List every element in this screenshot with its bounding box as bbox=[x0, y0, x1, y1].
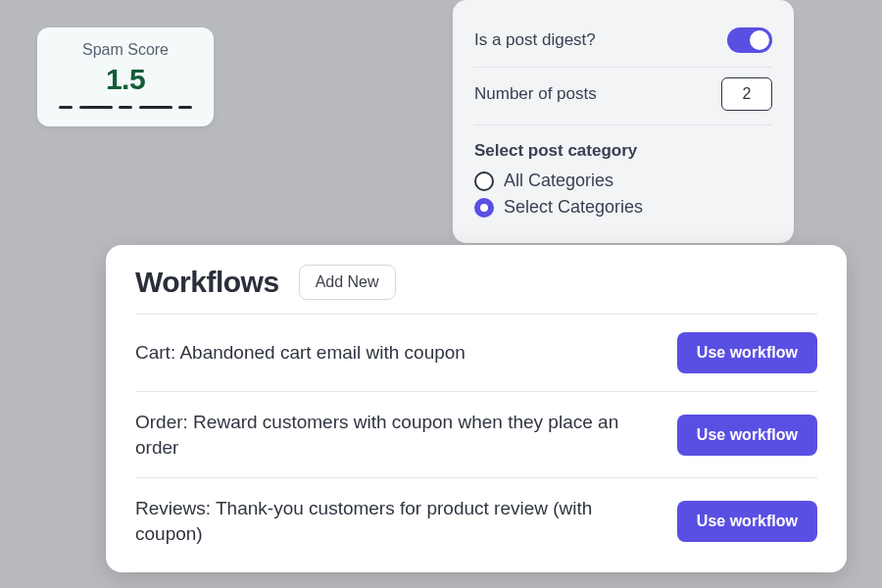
radio-all-label: All Categories bbox=[504, 171, 613, 191]
toggle-knob-icon bbox=[750, 30, 769, 50]
spam-score-title: Spam Score bbox=[55, 41, 196, 59]
radio-all-categories[interactable]: All Categories bbox=[474, 171, 772, 191]
num-posts-label: Number of posts bbox=[474, 84, 597, 104]
num-posts-setting-row: Number of posts bbox=[474, 68, 772, 125]
radio-select-categories[interactable]: Select Categories bbox=[474, 197, 772, 218]
workflows-header: Workflows Add New bbox=[135, 265, 817, 300]
workflow-name: Order: Reward customers with coupon when… bbox=[135, 410, 625, 460]
use-workflow-button[interactable]: Use workflow bbox=[677, 332, 817, 373]
workflow-name: Cart: Abandoned cart email with coupon bbox=[135, 340, 466, 366]
num-posts-input[interactable] bbox=[721, 77, 772, 111]
radio-checked-icon bbox=[474, 198, 494, 218]
add-new-button[interactable]: Add New bbox=[299, 265, 396, 300]
post-settings-panel: Is a post digest? Number of posts Select… bbox=[453, 0, 794, 243]
spam-score-meter bbox=[55, 106, 196, 109]
radio-select-label: Select Categories bbox=[504, 197, 643, 218]
use-workflow-button[interactable]: Use workflow bbox=[677, 501, 817, 542]
workflow-name: Reviews: Thank-you customers for product… bbox=[135, 496, 625, 546]
digest-label: Is a post digest? bbox=[474, 30, 596, 50]
digest-setting-row: Is a post digest? bbox=[474, 18, 772, 68]
radio-unchecked-icon bbox=[474, 172, 494, 191]
workflows-card: Workflows Add New Cart: Abandoned cart e… bbox=[106, 245, 847, 572]
use-workflow-button[interactable]: Use workflow bbox=[677, 415, 817, 456]
digest-toggle[interactable] bbox=[727, 27, 772, 53]
category-heading: Select post category bbox=[474, 141, 772, 161]
spam-score-card: Spam Score 1.5 bbox=[37, 27, 214, 126]
workflow-row: Cart: Abandoned cart email with coupon U… bbox=[135, 314, 817, 391]
workflows-title: Workflows bbox=[135, 266, 279, 299]
workflow-row: Order: Reward customers with coupon when… bbox=[135, 391, 817, 477]
spam-score-value: 1.5 bbox=[55, 63, 196, 96]
workflow-row: Reviews: Thank-you customers for product… bbox=[135, 477, 817, 564]
